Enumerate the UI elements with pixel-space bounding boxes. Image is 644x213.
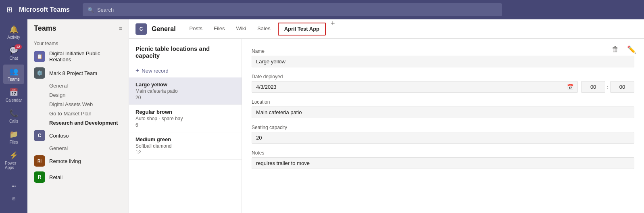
time-field-row: 00 : 00 (581, 81, 634, 93)
content-area: C General Posts Files Wiki Sales April T… (129, 19, 644, 213)
new-record-label: New record (142, 68, 168, 74)
tab-posts[interactable]: Posts (184, 19, 208, 39)
nav-label-chat: Chat (9, 56, 18, 61)
record-sub-1: Auto shop - spare bay (135, 116, 235, 121)
detail-fields: Name Large yellow Date deployed 4/3/2023… (252, 48, 634, 169)
field-label-name: Name (252, 48, 634, 54)
sidebar-item-remote[interactable]: RI Remote living ••• (27, 153, 129, 169)
sidebar-item-contoso[interactable]: C Contoso ••• (27, 127, 129, 144)
more-icon: ••• (12, 184, 16, 188)
record-name-0: Large yellow (135, 81, 235, 88)
app-title: Microsoft Teams (19, 6, 70, 13)
nav-label-powerapps: Power Apps (5, 161, 23, 170)
team-avatar-digital: 📋 (34, 51, 45, 62)
records-panel: Picnic table locations and capacity + Ne… (129, 39, 242, 213)
nav-item-calendar[interactable]: 📅 Calendar (3, 86, 24, 105)
contoso-letter: C (38, 133, 42, 138)
search-icon: 🔍 (88, 7, 94, 13)
app-container: ⊞ Microsoft Teams 🔍 🔔 Activity 12 💬 Chat… (0, 0, 644, 213)
nav-item-teams[interactable]: 👥 Teams (3, 65, 24, 84)
nav-item-more[interactable]: ••• (3, 182, 24, 191)
records-title: Picnic table locations and capacity (129, 39, 242, 64)
field-value-date: 4/3/2023 📅 (252, 81, 578, 93)
edit-button[interactable]: ✏️ (625, 44, 638, 56)
channel-name: General (152, 25, 176, 33)
sidebar-item-digital[interactable]: 📋 Digital Initiative Public Relations ••… (27, 48, 129, 65)
grid-bottom-icon: ⊞ (12, 196, 15, 201)
app-content: Picnic table locations and capacity + Ne… (129, 39, 644, 213)
record-name-1: Regular brown (135, 109, 235, 115)
nav-item-calls[interactable]: 📞 Calls (3, 106, 24, 126)
teams-icon: 👥 (9, 67, 18, 76)
field-value-notes: requires trailer to move (252, 157, 634, 169)
grid-icon[interactable]: ⊞ (5, 4, 14, 16)
record-num-1: 6 (135, 122, 235, 128)
calendar-icon: 📅 (9, 88, 18, 97)
search-input[interactable] (97, 7, 497, 13)
team-avatar-mark8: ⚙️ (34, 67, 45, 79)
sidebar-header: Teams ≡ (27, 19, 129, 38)
delete-button[interactable]: 🗑 (610, 44, 621, 56)
channel-item-contoso-general[interactable]: General (49, 144, 129, 153)
channel-logo: C (135, 23, 147, 35)
team-avatar-remote: RI (34, 155, 45, 167)
nav-item-powerapps[interactable]: ⚡ Power Apps (3, 148, 24, 172)
team-name-retail: Retail (49, 174, 112, 180)
search-bar[interactable]: 🔍 (83, 3, 502, 16)
channel-item-general[interactable]: General (49, 81, 129, 90)
team-name-mark8: Mark 8 Project Team (49, 70, 112, 76)
channel-item-digital-assets[interactable]: Digital Assets Web (49, 100, 129, 109)
field-group-location: Location Main cafeteria patio (252, 99, 634, 118)
nav-item-grid[interactable]: ⊞ (3, 194, 24, 203)
channel-item-design[interactable]: Design (49, 90, 129, 100)
calls-icon: 📞 (9, 109, 18, 118)
channel-item-research[interactable]: Research and Development (49, 118, 129, 127)
tab-files[interactable]: Files (208, 19, 230, 39)
record-num-2: 12 (135, 150, 235, 155)
files-nav-icon: 📁 (9, 130, 18, 139)
plus-icon: + (135, 67, 139, 74)
new-record-button[interactable]: + New record (129, 64, 242, 77)
team-name-contoso: Contoso (49, 133, 112, 139)
record-name-2: Medium green (135, 136, 235, 142)
tab-wiki[interactable]: Wiki (231, 19, 252, 39)
activity-icon: 🔔 (9, 25, 18, 34)
calendar-icon-detail[interactable]: 📅 (567, 84, 573, 90)
detail-panel: 🗑 ✏️ Name Large yellow Date deployed (242, 39, 644, 213)
chat-badge: 12 (15, 44, 22, 49)
tab-sales[interactable]: Sales (252, 19, 276, 39)
nav-label-calendar: Calendar (6, 98, 22, 102)
nav-item-files[interactable]: 📁 Files (3, 127, 24, 147)
sidebar-item-mark8[interactable]: ⚙️ Mark 8 Project Team ••• (27, 65, 129, 81)
team-avatar-contoso: C (34, 130, 45, 141)
tab-april-test[interactable]: April Test App (278, 23, 326, 36)
nav-label-files: Files (9, 140, 18, 144)
add-tab-button[interactable]: + (327, 19, 338, 39)
record-item-0[interactable]: Large yellow Main cafeteria patio 20 (129, 77, 242, 105)
field-group-seating: Seating capacity 20 (252, 125, 634, 144)
nav-label-teams: Teams (8, 77, 19, 81)
records-list: Large yellow Main cafeteria patio 20 Reg… (129, 77, 242, 213)
powerapps-icon: ⚡ (9, 151, 18, 160)
field-value-name: Large yellow (252, 56, 634, 67)
record-item-2[interactable]: Medium green Softball diamond 12 (129, 132, 242, 160)
field-value-seating: 20 (252, 132, 634, 144)
top-bar: ⊞ Microsoft Teams 🔍 (0, 0, 644, 19)
nav-item-activity[interactable]: 🔔 Activity (3, 23, 24, 42)
field-label-date: Date deployed (252, 74, 634, 79)
date-field-row: 4/3/2023 📅 00 : 00 (252, 81, 634, 93)
field-value-minute: 00 (610, 81, 634, 93)
record-item-1[interactable]: Regular brown Auto shop - spare bay 6 (129, 105, 242, 132)
channel-item-go-to-market[interactable]: Go to Market Plan (49, 109, 129, 118)
sidebar-title: Teams (34, 24, 56, 33)
nav-item-chat[interactable]: 12 💬 Chat (3, 44, 24, 63)
sidebar: Teams ≡ Your teams 📋 Digital Initiative … (27, 19, 129, 213)
filter-icon[interactable]: ≡ (119, 25, 122, 32)
record-num-0: 20 (135, 95, 235, 100)
field-label-seating: Seating capacity (252, 125, 634, 130)
channel-tabs: Posts Files Wiki Sales April Test App + (184, 19, 338, 39)
sidebar-item-retail[interactable]: R Retail ••• (27, 169, 129, 185)
field-group-notes: Notes requires trailer to move (252, 150, 634, 169)
nav-label-activity: Activity (7, 35, 20, 40)
main-layout: 🔔 Activity 12 💬 Chat 👥 Teams 📅 Calendar … (0, 19, 644, 213)
